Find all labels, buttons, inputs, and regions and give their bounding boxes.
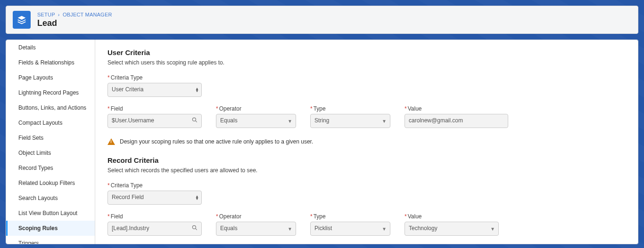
sidebar-item-page-layouts[interactable]: Page Layouts [6, 70, 95, 85]
breadcrumb-sep: › [58, 12, 60, 17]
user-type-label: *Type [310, 105, 390, 112]
user-value-label: *Value [405, 105, 508, 112]
sidebar-item-list-view-button-layout[interactable]: List View Button Layout [6, 206, 95, 221]
sidebar-item-related-lookup-filters[interactable]: Related Lookup Filters [6, 176, 95, 191]
breadcrumb-root[interactable]: SETUP [37, 12, 55, 17]
sidebar-nav[interactable]: DetailsFields & RelationshipsPage Layout… [6, 40, 95, 244]
record-operator-label: *Operator [216, 213, 296, 220]
breadcrumb[interactable]: SETUP › OBJECT MANAGER [37, 12, 112, 17]
user-operator-select[interactable]: Equals [216, 114, 296, 128]
record-value-label: *Value [405, 213, 499, 220]
record-field-lookup[interactable]: [Lead].Industry [107, 222, 202, 236]
sidebar-item-object-limits[interactable]: Object Limits [6, 145, 95, 160]
sidebar-item-fields-relationships[interactable]: Fields & Relationships [6, 55, 95, 70]
sidebar-item-details[interactable]: Details [6, 40, 95, 55]
warning-text: Design your scoping rules so that one ac… [120, 138, 313, 145]
record-type-select[interactable]: Picklist [310, 222, 390, 236]
user-criteria-title: User Criteria [107, 48, 626, 56]
user-operator-label: *Operator [216, 105, 296, 112]
user-criteria-desc: Select which users this scoping rule app… [107, 59, 626, 66]
record-type-label: *Type [310, 213, 390, 220]
sidebar-item-search-layouts[interactable]: Search Layouts [6, 191, 95, 206]
user-field-label: *Field [107, 105, 202, 112]
criteria-type-select[interactable]: User Criteria [107, 83, 202, 97]
user-type-select[interactable]: String [310, 114, 390, 128]
record-value-select[interactable]: Technology [405, 222, 499, 236]
object-icon [13, 11, 31, 29]
record-field-label: *Field [107, 213, 202, 220]
sidebar-item-scoping-rules[interactable]: Scoping Rules [6, 221, 95, 236]
user-field-lookup[interactable]: $User.Username [107, 114, 202, 128]
record-criteria-type-label: *Criteria Type [107, 182, 626, 189]
main-panel: User Criteria Select which users this sc… [95, 40, 638, 244]
breadcrumb-parent[interactable]: OBJECT MANAGER [63, 12, 112, 17]
record-operator-select[interactable]: Equals [216, 222, 296, 236]
record-criteria-desc: Select which records the specified users… [107, 167, 626, 174]
warning-message: Design your scoping rules so that one ac… [107, 138, 626, 145]
page-header: SETUP › OBJECT MANAGER Lead [6, 6, 638, 34]
record-criteria-type-select[interactable]: Record Field [107, 191, 202, 205]
page-title: Lead [37, 18, 112, 28]
sidebar-item-field-sets[interactable]: Field Sets [6, 130, 95, 145]
sidebar-item-triggers[interactable]: Triggers [6, 236, 95, 244]
warning-icon [107, 138, 115, 145]
sidebar-item-record-types[interactable]: Record Types [6, 160, 95, 176]
sidebar-item-lightning-record-pages[interactable]: Lightning Record Pages [6, 85, 95, 100]
sidebar-item-compact-layouts[interactable]: Compact Layouts [6, 115, 95, 130]
record-criteria-title: Record Criteria [107, 156, 626, 164]
svg-marker-0 [18, 16, 26, 20]
sidebar-item-buttons-links-and-actions[interactable]: Buttons, Links, and Actions [6, 100, 95, 115]
user-value-input[interactable]: carolnew@gmail.com [405, 114, 508, 128]
criteria-type-label: *Criteria Type [107, 74, 626, 81]
